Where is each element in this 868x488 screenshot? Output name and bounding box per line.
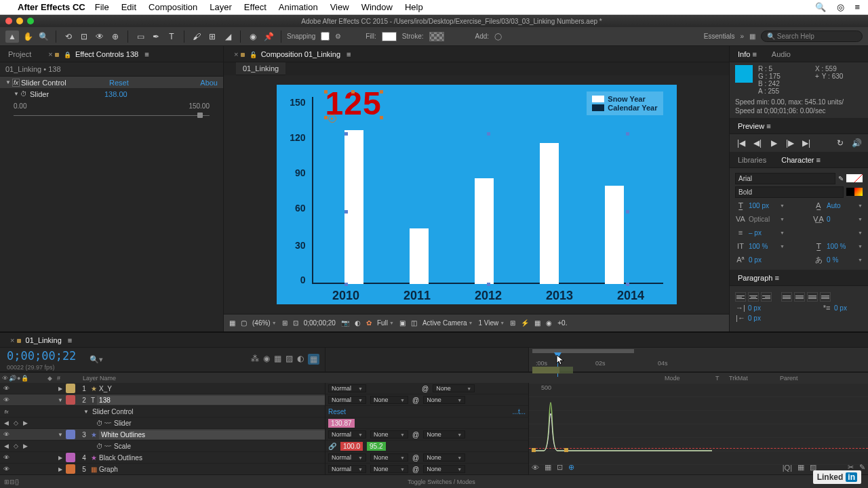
selection-handle[interactable] [324, 90, 328, 94]
selection-handle[interactable] [351, 90, 355, 94]
effect-controls-tab[interactable]: × 🔒 Effect Controls 138 ≡ [42, 49, 153, 60]
puppet-tool[interactable]: 📌 [262, 30, 275, 43]
stroke-width-value[interactable]: – px [749, 229, 777, 237]
graph-icon[interactable]: 〰 [104, 443, 111, 450]
mode-dropdown[interactable]: Normal▼ [328, 453, 366, 462]
time-ruler[interactable]: :00s 02s 04s [529, 348, 868, 372]
fast-preview-icon[interactable]: ⚡ [521, 319, 529, 327]
tracking-value[interactable]: 0 [827, 216, 855, 223]
paragraph-tab[interactable]: Paragraph ≡ [734, 272, 783, 283]
toggle-switches-icon[interactable]: ⊞ [4, 479, 9, 485]
link-icon[interactable]: 🔗 [328, 443, 336, 450]
color-icon[interactable]: ✿ [366, 319, 372, 327]
brush-tool[interactable]: 🖌 [190, 30, 203, 43]
fit-icon[interactable]: |Q| [783, 464, 792, 472]
project-tab[interactable]: Project [4, 49, 35, 60]
composition-canvas[interactable]: 0 30 60 90 120 150 [277, 85, 677, 304]
slider-track[interactable] [14, 115, 210, 116]
shy-col-icon[interactable]: ◆ [42, 375, 57, 382]
lock-col-icon[interactable]: 🔒 [21, 375, 28, 382]
work-area-bar[interactable] [532, 349, 634, 353]
solo-col-icon[interactable]: ● [17, 375, 20, 382]
frame-blend-icon[interactable]: ▦ [274, 354, 281, 365]
play-button[interactable]: ▶ [768, 138, 780, 148]
layer-name-header[interactable]: Layer Name [71, 375, 665, 382]
disclosure-triangle[interactable]: ▼ [14, 91, 20, 97]
motion-blur-icon[interactable]: ▨ [285, 354, 293, 365]
justify-left-button[interactable] [781, 292, 792, 302]
about-link[interactable]: Abou [200, 79, 218, 87]
clone-tool[interactable]: ⊞ [205, 30, 219, 43]
pen-tool[interactable]: ✒ [149, 30, 163, 43]
mode-dropdown[interactable]: Normal▼ [328, 396, 366, 404]
maximize-window-button[interactable] [27, 18, 34, 24]
resolution-icon[interactable]: ⊞ [282, 319, 288, 327]
scale-y-value[interactable]: 95.2 [367, 442, 385, 451]
justify-center-button[interactable] [794, 292, 805, 302]
property-row[interactable]: ◀◇▶ ⏱ 〰 Scale [0, 441, 325, 452]
pickwhip-icon[interactable]: @ [412, 396, 419, 404]
fx-badge-icon[interactable]: fx [12, 79, 20, 87]
graph-type-icon[interactable]: ▦ [545, 463, 551, 472]
close-icon[interactable]: × [48, 50, 52, 58]
transparency-icon[interactable]: ▢ [241, 319, 247, 327]
workspace-overflow-icon[interactable]: » [740, 33, 744, 40]
close-icon[interactable]: × [234, 50, 238, 58]
pickwhip-icon[interactable]: @ [422, 385, 429, 392]
layer-row[interactable]: 👁 ▶ 1 ★X_Y [0, 383, 325, 394]
orbit-tool[interactable]: ⟲ [62, 30, 75, 43]
trkmat-dropdown[interactable]: None▼ [370, 396, 408, 404]
preview-tab[interactable]: Preview ≡ [734, 121, 775, 131]
add-button[interactable]: ◯ [494, 33, 502, 40]
eraser-tool[interactable]: ◢ [221, 30, 235, 43]
mode-dropdown[interactable]: Normal▼ [328, 465, 366, 473]
stopwatch-icon[interactable]: ⏱ [96, 443, 103, 450]
layer-row[interactable]: 👁 ▼ 2 T [0, 394, 325, 406]
layer-row[interactable]: 👁 ▼ 3 ★ [0, 429, 325, 441]
spotlight-icon[interactable]: 🔍 [815, 2, 826, 12]
exposure-value[interactable]: +0. [557, 319, 567, 327]
menu-extras-icon[interactable]: ≡ [854, 2, 860, 12]
channel-icon[interactable]: ◐ [355, 319, 361, 327]
kerning-value[interactable]: Optical [749, 216, 777, 223]
graph-editor-button[interactable]: ▦ [308, 354, 319, 365]
toggle-switches-label[interactable]: Toggle Switches / Modes [19, 479, 864, 485]
slider-thumb[interactable] [197, 113, 203, 118]
parent-dropdown[interactable]: None▼ [423, 430, 465, 439]
grid-icon[interactable]: ▦ [229, 319, 235, 327]
pickwhip-icon[interactable]: @ [412, 466, 419, 473]
hscale-value[interactable]: 100 % [827, 243, 855, 250]
draft3d-icon[interactable]: ◉ [263, 354, 270, 365]
menu-edit[interactable]: Edit [121, 2, 136, 12]
close-window-button[interactable] [5, 18, 12, 24]
views-dropdown[interactable]: 1 View ▼ [478, 319, 505, 327]
font-style-dropdown[interactable]: Bold [735, 186, 844, 198]
mute-button[interactable]: 🔊 [850, 138, 863, 148]
align-right-button[interactable] [761, 292, 772, 302]
region-icon[interactable]: ⊡ [293, 319, 298, 327]
trkmat-dropdown[interactable]: None▼ [370, 430, 408, 439]
camera-tool[interactable]: 👁 [93, 30, 106, 43]
leading-value[interactable]: Auto [827, 202, 855, 209]
graph-editor[interactable]: 500 👁 ▦ ⊡ ⊕ |Q| ▦ ▨ ✂ [529, 383, 868, 474]
property-row[interactable]: ◀◇▶ ⏱ 〰 Slider [0, 418, 325, 429]
baseline-value[interactable]: 0 px [749, 256, 777, 264]
mode-dropdown[interactable]: Normal▼ [328, 384, 366, 392]
workspace-selector[interactable]: Essentials [704, 33, 735, 40]
type-tool[interactable]: T [165, 30, 178, 43]
camera-dropdown[interactable]: Active Camera ▼ [422, 319, 473, 327]
parent-dropdown[interactable]: None▼ [423, 453, 465, 462]
graph-icon[interactable]: 〰 [104, 420, 111, 427]
menu-help[interactable]: Help [405, 2, 423, 12]
slider-value-box[interactable]: 130.87 [328, 419, 355, 428]
justify-right-button[interactable] [807, 292, 818, 302]
menu-file[interactable]: File [95, 2, 109, 12]
layer-row[interactable]: 👁 ▶ 5 ▦Graph [0, 464, 325, 474]
tsume-value[interactable]: 0 % [827, 256, 855, 264]
menu-window[interactable]: Window [361, 2, 393, 12]
lock-icon[interactable]: 🔓 [250, 52, 257, 58]
font-family-dropdown[interactable]: Arial [735, 173, 835, 184]
mode-dropdown[interactable]: Normal▼ [328, 430, 366, 439]
align-left-button[interactable] [735, 292, 746, 302]
snapping-checkbox[interactable] [321, 32, 330, 41]
